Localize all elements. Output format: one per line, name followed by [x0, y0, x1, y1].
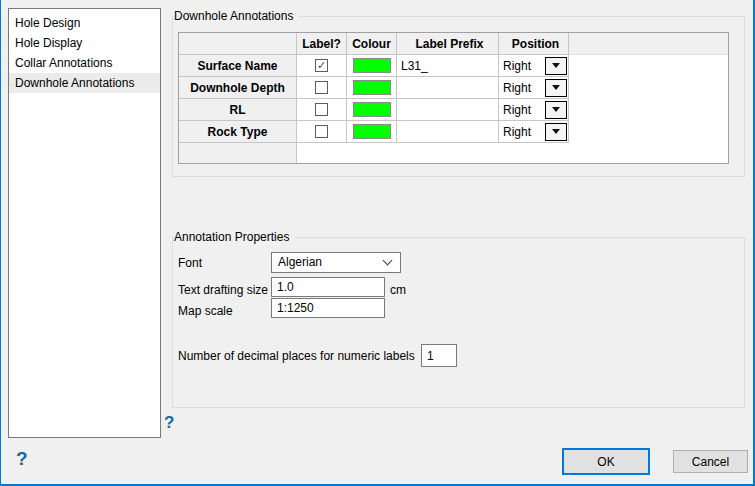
- label-checkbox-cell[interactable]: [297, 99, 347, 121]
- cancel-button[interactable]: Cancel: [673, 450, 748, 473]
- table-row: Downhole DepthRight: [179, 77, 728, 99]
- position-value: Right: [503, 125, 531, 139]
- colour-cell[interactable]: [347, 121, 397, 143]
- label-checkbox-cell[interactable]: [297, 77, 347, 99]
- text-size-label: Text drafting size: [178, 280, 268, 300]
- label-prefix-cell[interactable]: [397, 121, 499, 143]
- dropdown-arrow-icon: [552, 85, 560, 90]
- column-header: Label Prefix: [397, 33, 499, 55]
- label-checkbox-cell[interactable]: [297, 121, 347, 143]
- position-value: Right: [503, 81, 531, 95]
- header-filler: [569, 33, 728, 55]
- help-icon[interactable]: ?: [164, 414, 174, 431]
- column-header: Position: [499, 33, 569, 55]
- colour-cell[interactable]: [347, 77, 397, 99]
- colour-swatch[interactable]: [353, 124, 391, 139]
- position-dropdown-button[interactable]: [545, 123, 567, 141]
- colour-swatch[interactable]: [353, 102, 391, 117]
- row-filler: [569, 99, 728, 121]
- row-filler: [569, 77, 728, 99]
- map-scale-input[interactable]: [271, 298, 385, 318]
- checkbox-unchecked[interactable]: [315, 81, 328, 94]
- font-combobox-value: Algerian: [278, 255, 322, 269]
- checkbox-unchecked[interactable]: [315, 103, 328, 116]
- font-combobox[interactable]: Algerian: [271, 252, 401, 273]
- row-header: RL: [179, 99, 297, 121]
- sidebar-item[interactable]: Hole Display: [9, 33, 160, 53]
- dialog-window: Hole DesignHole DisplayCollar Annotation…: [0, 0, 755, 486]
- table-empty-row: [179, 143, 728, 163]
- sidebar-item[interactable]: Downhole Annotations: [9, 73, 160, 93]
- position-dropdown-button[interactable]: [545, 79, 567, 97]
- sidebar-item[interactable]: Collar Annotations: [9, 53, 160, 73]
- checkbox-checked[interactable]: ✓: [315, 59, 328, 72]
- table-header-row: Label?ColourLabel PrefixPosition: [179, 33, 728, 55]
- dropdown-arrow-icon: [552, 129, 560, 134]
- help-icon[interactable]: ?: [16, 449, 28, 468]
- table-row: Rock TypeRight: [179, 121, 728, 143]
- position-cell[interactable]: Right: [499, 55, 569, 77]
- column-header: Label?: [297, 33, 347, 55]
- sidebar-item[interactable]: Hole Design: [9, 13, 160, 33]
- table-row: Surface Name✓L31_Right: [179, 55, 728, 77]
- position-dropdown-button[interactable]: [545, 101, 567, 119]
- column-header: Colour: [347, 33, 397, 55]
- position-dropdown-button[interactable]: [545, 57, 567, 75]
- row-header: Rock Type: [179, 121, 297, 143]
- position-cell[interactable]: Right: [499, 99, 569, 121]
- font-label: Font: [178, 253, 202, 273]
- ok-button[interactable]: OK: [562, 448, 650, 475]
- empty-row-header: [179, 143, 297, 163]
- label-prefix-cell[interactable]: L31_: [397, 55, 499, 77]
- colour-cell[interactable]: [347, 99, 397, 121]
- annotation-table: Label?ColourLabel PrefixPositionSurface …: [178, 32, 729, 164]
- checkbox-unchecked[interactable]: [315, 125, 328, 138]
- position-cell[interactable]: Right: [499, 121, 569, 143]
- column-header: [179, 33, 297, 55]
- properties-group-title: Annotation Properties: [174, 229, 295, 245]
- downhole-group-title: Downhole Annotations: [174, 8, 299, 24]
- category-list[interactable]: Hole DesignHole DisplayCollar Annotation…: [8, 8, 161, 438]
- row-header: Surface Name: [179, 55, 297, 77]
- dropdown-arrow-icon: [552, 63, 560, 68]
- label-prefix-cell[interactable]: [397, 77, 499, 99]
- row-filler: [569, 55, 728, 77]
- position-value: Right: [503, 59, 531, 73]
- decimals-input[interactable]: [421, 344, 457, 367]
- label-prefix-cell[interactable]: [397, 99, 499, 121]
- row-header: Downhole Depth: [179, 77, 297, 99]
- chevron-down-icon: [383, 256, 393, 266]
- text-size-unit: cm: [390, 280, 406, 300]
- position-value: Right: [503, 103, 531, 117]
- colour-swatch[interactable]: [353, 58, 391, 73]
- row-filler: [569, 121, 728, 143]
- label-checkbox-cell[interactable]: ✓: [297, 55, 347, 77]
- dropdown-arrow-icon: [552, 107, 560, 112]
- table-row: RLRight: [179, 99, 728, 121]
- annotation-properties-group: Annotation Properties: [172, 237, 745, 408]
- colour-cell[interactable]: [347, 55, 397, 77]
- colour-swatch[interactable]: [353, 80, 391, 95]
- text-size-input[interactable]: [271, 277, 385, 297]
- map-scale-label: Map scale: [178, 301, 233, 321]
- position-cell[interactable]: Right: [499, 77, 569, 99]
- row-filler: [297, 143, 728, 163]
- decimals-label: Number of decimal places for numeric lab…: [178, 346, 415, 366]
